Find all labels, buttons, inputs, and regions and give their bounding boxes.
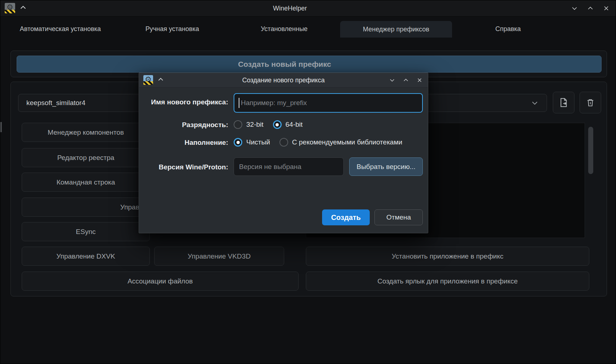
create-button[interactable]: Создать: [322, 209, 370, 225]
wine-version-value: Версия не выбрана: [234, 157, 344, 176]
tab-label: Менеджер префиксов: [363, 26, 429, 33]
radio-label: 64-bit: [286, 121, 303, 129]
dialog-window-controls: [389, 73, 423, 87]
button-label: Выбрать версию...: [356, 163, 415, 171]
command-line-button[interactable]: Командная строка: [22, 173, 150, 192]
tab-bar: Автоматическая установка Ручная установк…: [0, 17, 616, 38]
radio-label: Чистый: [246, 138, 270, 146]
esync-button[interactable]: ESync: [22, 222, 150, 241]
tab-installed[interactable]: Установленные: [228, 21, 340, 38]
window-title: WineHelper: [0, 0, 616, 16]
close-icon[interactable]: [416, 77, 423, 83]
dxvk-management-button[interactable]: Управление DXVK: [22, 247, 150, 266]
main-titlebar: ⚙ WineHelper: [0, 0, 616, 17]
tab-label: Справка: [495, 25, 521, 33]
button-label: Командная строка: [56, 178, 115, 186]
arch-radio-group: 32-bit 64-bit: [234, 120, 303, 129]
file-arrow-icon: [558, 97, 569, 108]
tab-manual-install[interactable]: Ручная установка: [116, 21, 228, 38]
tab-label: Ручная установка: [146, 25, 199, 33]
fill-radio-group: Чистый С рекомендуемыми библиотеками: [234, 138, 402, 147]
radio-label: С рекомендуемыми библиотеками: [292, 138, 402, 146]
vkd3d-management-button[interactable]: Управление VKD3D: [154, 247, 284, 266]
tab-auto-install[interactable]: Автоматическая установка: [4, 21, 116, 38]
dialog-title: Создание нового префикса: [139, 73, 428, 87]
create-shortcut-button[interactable]: Создать ярлык для приложения в префиксе: [306, 272, 589, 291]
maximize-chevron-up-icon[interactable]: [587, 5, 594, 12]
cancel-button[interactable]: Отмена: [374, 209, 423, 225]
wine-version-label: Версия Wine/Proton:: [145, 163, 228, 171]
arch-label: Разрядность:: [145, 121, 228, 129]
install-app-to-prefix-button[interactable]: Установить приложение в префикс: [306, 247, 589, 266]
prefix-name-label: Имя нового префикса:: [145, 98, 228, 106]
components-manager-button[interactable]: Менеджер компонентов: [22, 123, 150, 142]
chevron-down-icon: [531, 99, 539, 107]
prefix-name-placeholder: Например: my_prefix: [241, 99, 307, 107]
radio-label: 32-bit: [246, 121, 264, 129]
winehelper-window: ⚙ WineHelper Автоматическая установка Ру…: [0, 0, 616, 364]
minimize-chevron-down-icon[interactable]: [389, 77, 395, 83]
button-label: Установить приложение в префикс: [392, 252, 503, 260]
screen-edge-sliver: [0, 122, 2, 132]
button-label: Управление VKD3D: [188, 252, 251, 260]
button-label: Создать: [331, 213, 361, 222]
button-label: ESync: [76, 228, 96, 236]
maximize-chevron-up-icon[interactable]: [403, 77, 409, 83]
fill-label: Наполнение:: [145, 139, 228, 147]
tab-label: Автоматическая установка: [20, 25, 101, 33]
vertical-scrollbar[interactable]: [588, 127, 593, 174]
button-label: Менеджер компонентов: [48, 129, 124, 136]
trash-icon: [585, 98, 595, 108]
button-label: Редактор реестра: [57, 154, 114, 162]
registry-editor-button[interactable]: Редактор реестра: [22, 148, 150, 167]
file-associations-button[interactable]: Ассоциации файлов: [22, 272, 299, 291]
tab-label: Установленные: [261, 25, 308, 33]
create-prefix-dialog: ⚙ Создание нового префикса Имя нового пр…: [139, 73, 428, 233]
window-controls: [571, 0, 610, 16]
close-icon[interactable]: [603, 5, 610, 12]
button-label: Создать ярлык для приложения в префиксе: [377, 277, 517, 285]
dialog-titlebar: ⚙ Создание нового префикса: [139, 73, 428, 88]
create-new-prefix-button[interactable]: Создать новый префикс: [17, 56, 602, 73]
tab-help[interactable]: Справка: [452, 21, 564, 38]
prefix-select-value: keepsoft_similator4: [26, 99, 86, 107]
radio-64bit[interactable]: 64-bit: [273, 120, 303, 129]
button-label: Ассоциации файлов: [127, 277, 193, 285]
button-label: Отмена: [386, 213, 411, 221]
button-label: Управление DXVK: [56, 252, 115, 260]
prefix-name-input[interactable]: Например: my_prefix: [234, 93, 423, 113]
new-prefix-file-button[interactable]: [553, 92, 574, 113]
radio-32bit[interactable]: 32-bit: [234, 120, 264, 129]
version-placeholder: Версия не выбрана: [239, 163, 302, 171]
text-caret: [239, 98, 239, 108]
radio-circle-selected-icon: [234, 138, 242, 147]
radio-circle-icon: [279, 138, 288, 147]
minimize-chevron-down-icon[interactable]: [571, 5, 578, 12]
radio-circle-selected-icon: [273, 120, 282, 129]
radio-recommended-libs[interactable]: С рекомендуемыми библиотеками: [279, 138, 402, 147]
choose-version-button[interactable]: Выбрать версию...: [349, 157, 423, 176]
delete-prefix-button[interactable]: [580, 92, 601, 113]
radio-circle-icon: [234, 120, 242, 129]
tab-prefix-manager[interactable]: Менеджер префиксов: [340, 21, 452, 38]
radio-clean[interactable]: Чистый: [234, 138, 270, 147]
